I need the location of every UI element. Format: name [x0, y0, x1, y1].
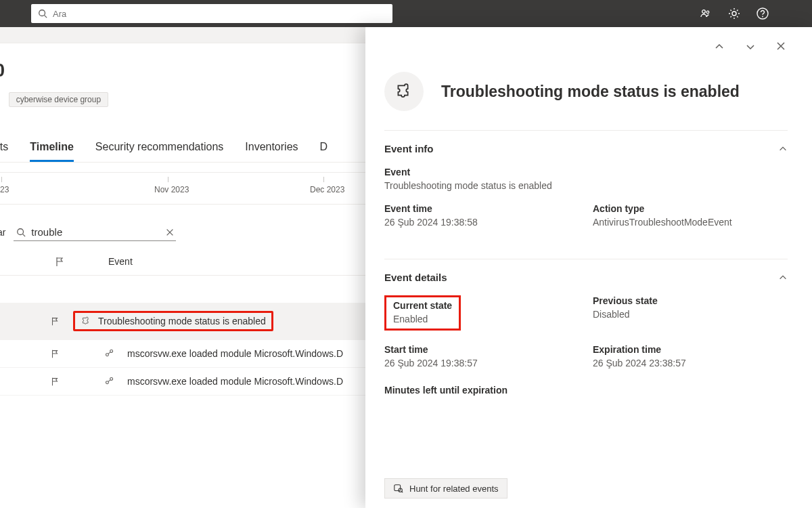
timeline-search-input[interactable]: [31, 226, 160, 238]
field-value: Disabled: [593, 309, 788, 320]
field-label: Action type: [593, 203, 788, 214]
tab-more[interactable]: D: [320, 135, 328, 162]
section-title: Event details: [384, 272, 447, 283]
feedback-icon[interactable]: [700, 7, 712, 20]
tag-device-group[interactable]: cyberwise device group: [9, 92, 108, 107]
link-icon: [104, 348, 115, 359]
field-label: Current state: [393, 300, 452, 311]
hunt-button[interactable]: Hunt for related events: [384, 478, 508, 499]
field-value: AntivirusTroubleshootModeEvent: [593, 217, 788, 228]
avatar[interactable]: [785, 4, 804, 23]
flag-icon[interactable]: [50, 349, 61, 358]
tick-label: t 2023: [0, 185, 9, 194]
tab-alerts[interactable]: lerts: [0, 135, 8, 162]
section-title: Event info: [384, 143, 434, 154]
arrow-down-icon[interactable]: [744, 41, 757, 53]
field-value: 26 Şub 2024 19:38:58: [384, 217, 579, 228]
global-search[interactable]: [31, 4, 392, 23]
tick-label: Dec 2023: [310, 185, 344, 194]
search-icon: [16, 228, 26, 237]
tick-label: Nov 2023: [154, 185, 189, 194]
global-search-input[interactable]: [53, 9, 386, 19]
chevron-up-icon[interactable]: [778, 144, 788, 154]
field-label: Previous state: [593, 295, 788, 306]
arrow-up-icon[interactable]: [713, 41, 725, 53]
field-value: Enabled: [393, 314, 452, 324]
hunt-icon: [393, 483, 404, 494]
event-text: mscorsvw.exe loaded module Microsoft.Win…: [127, 348, 343, 359]
field-label: Expiration time: [593, 344, 788, 355]
field-label: Event time: [384, 203, 579, 214]
tab-inventories[interactable]: Inventories: [245, 135, 298, 162]
gear-icon[interactable]: [728, 7, 740, 20]
tab-security-recommendations[interactable]: Security recommendations: [95, 135, 223, 162]
flag-icon[interactable]: [54, 256, 68, 267]
top-bar: [0, 0, 812, 27]
details-panel: Troubleshooting mode status is enabled E…: [365, 27, 812, 508]
close-icon[interactable]: [775, 41, 788, 53]
field-label: Minutes left until expiration: [384, 385, 788, 396]
tag-fragment: ve: [0, 93, 3, 106]
tab-timeline[interactable]: Timeline: [30, 135, 74, 162]
field-value: Troubleshooting mode status is enabled: [384, 180, 788, 191]
event-text: mscorsvw.exe loaded module Microsoft.Win…: [127, 376, 343, 387]
clear-icon[interactable]: [165, 228, 175, 237]
field-value: 26 Şub 2024 23:38:57: [593, 358, 788, 368]
field-label: Start time: [384, 344, 579, 355]
panel-title: Troubleshooting mode status is enabled: [441, 83, 740, 101]
export-label[interactable]: rı Aktar: [0, 227, 5, 238]
puzzle-icon: [81, 316, 91, 326]
link-icon: [104, 376, 115, 387]
section-event-details: Event details Current state Enabled Prev…: [384, 259, 788, 396]
field-label: Event: [384, 167, 788, 177]
col-event[interactable]: Event: [108, 256, 133, 267]
event-text: Troubleshooting mode status is enabled: [98, 316, 266, 326]
puzzle-icon: [384, 72, 424, 111]
search-icon: [38, 9, 47, 18]
section-event-info: Event info Event Troubleshooting mode st…: [384, 130, 788, 240]
hunt-label: Hunt for related events: [409, 484, 499, 494]
flag-icon[interactable]: [50, 316, 61, 326]
help-icon[interactable]: [757, 7, 769, 20]
flag-icon[interactable]: [50, 377, 61, 386]
timeline-search[interactable]: [14, 224, 176, 241]
field-value: 26 Şub 2024 19:38:57: [384, 358, 579, 368]
chevron-up-icon[interactable]: [778, 273, 788, 282]
